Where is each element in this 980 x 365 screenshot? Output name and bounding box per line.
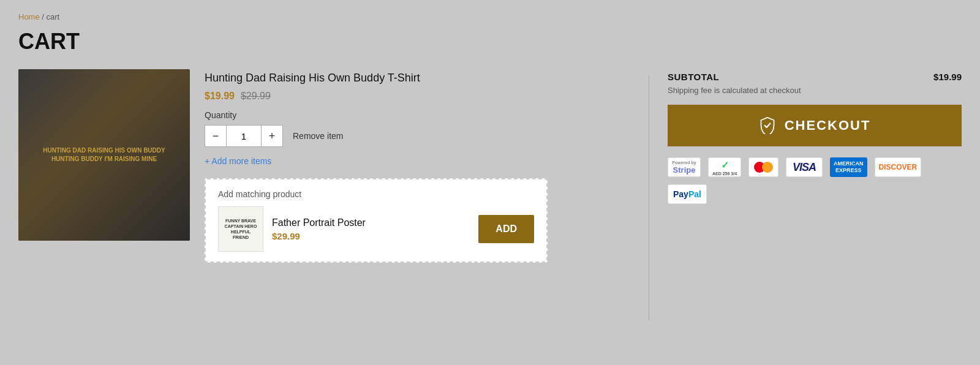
checkout-button-label: CHECKOUT [785,118,871,134]
aed-badge: ✓ AED 256 3/4 [708,157,741,177]
matching-product-thumbnail: FUNNY BRAVE CAPTAIN HERO HELPFUL FRIEND [218,206,263,252]
quantity-increment-button[interactable]: + [261,125,283,147]
stripe-powered-text: Powered by [672,160,696,165]
shield-icon [759,117,776,134]
matching-product-box: Add matching product FUNNY BRAVE CAPTAIN… [205,178,548,263]
remove-item-link[interactable]: Remove item [293,131,343,141]
payment-icons-row: Powered by Stripe ✓ AED 256 3/4 VISA AME… [668,157,962,204]
breadcrumb: Home / cart [18,12,962,21]
breadcrumb-separator: / [42,12,46,21]
quantity-label: Quantity [205,110,630,120]
visa-badge: VISA [786,157,823,177]
paypal-pay-text: Pay [673,189,688,199]
checkout-button[interactable]: CHECKOUT [668,105,962,146]
subtotal-label: SUBTOTAL [668,72,719,82]
discover-badge: DISCOVER [875,157,922,177]
page-title: CART [18,29,962,55]
shipping-note: Shipping fee is calculated at checkout [668,86,962,95]
amex-line2: EXPRESS [835,167,862,174]
matching-product-price: $29.99 [272,231,470,241]
stripe-name-text: Stripe [673,165,696,175]
subtotal-amount: $19.99 [933,72,962,82]
product-image: HUNTING DAD RAISING HIS OWN BUDDY HUNTIN… [18,69,190,241]
aed-text: AED 256 3/4 [712,171,737,176]
matching-product-name: Father Portrait Poster [272,217,470,228]
product-price-original: $29.99 [241,91,271,102]
stripe-badge: Powered by Stripe [668,157,701,177]
product-price-current: $19.99 [205,91,235,102]
add-matching-product-button[interactable]: ADD [478,215,534,243]
breadcrumb-current: cart [47,12,60,21]
amex-badge: AMERICAN EXPRESS [830,157,867,177]
amex-line1: AMERICAN [834,160,864,167]
aed-check-icon: ✓ [721,159,729,171]
mc-orange-circle [762,162,773,173]
paypal-badge: Pay Pal [668,184,707,204]
cart-divider [649,75,649,320]
paypal-pal-text: Pal [688,189,701,199]
quantity-input[interactable] [227,125,261,147]
matching-product-title: Add matching product [218,189,534,199]
quantity-decrement-button[interactable]: − [205,125,227,147]
product-image-text: HUNTING DAD RAISING HIS OWN BUDDY HUNTIN… [18,134,190,176]
home-link[interactable]: Home [18,12,40,21]
mastercard-badge [748,157,778,177]
product-name: Hunting Dad Raising His Own Buddy T-Shir… [205,72,630,85]
add-more-items-link[interactable]: + Add more items [205,156,271,166]
